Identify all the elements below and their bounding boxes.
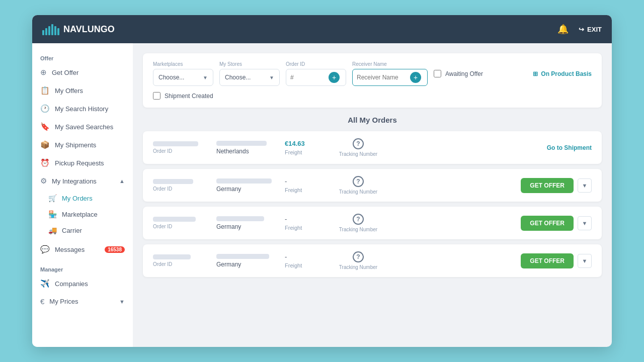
order-id-block: Order ID xyxy=(153,179,208,192)
marketplaces-select[interactable]: Choose... ▼ xyxy=(153,69,213,86)
sidebar-item-label: My Shipments xyxy=(55,141,96,149)
order-id-label: Order ID xyxy=(286,61,346,67)
receiver-name-add-button[interactable]: + xyxy=(410,72,421,83)
sidebar-item-shipments[interactable]: 📦 My Shipments xyxy=(32,136,133,154)
sidebar-item-companies[interactable]: ✈️ Companies xyxy=(32,275,133,293)
sidebar-item-search-history[interactable]: 🕐 My Search History xyxy=(32,100,133,118)
order-id-filter: Order ID + xyxy=(286,61,346,86)
receiver-name-filter: Receiver Name + xyxy=(352,61,428,86)
question-icon: ? xyxy=(353,214,364,225)
companies-icon: ✈️ xyxy=(40,279,50,288)
sidebar-item-get-offer[interactable]: ⊕ Get Offer xyxy=(32,63,133,81)
logo-bar-2 xyxy=(45,28,47,35)
freight-label: Freight xyxy=(285,149,325,155)
table-row: Order ID Germany - Freight ? Tracking Nu… xyxy=(143,244,602,277)
expand-button[interactable]: ▼ xyxy=(578,178,592,193)
exit-button[interactable]: ↪ EXIT xyxy=(579,26,602,33)
expand-button[interactable]: ▼ xyxy=(578,254,592,268)
freight-price: €14.63 xyxy=(285,140,325,147)
sidebar-sub-item-my-orders[interactable]: 🛒 My Orders xyxy=(32,190,133,206)
integrations-icon: ⚙ xyxy=(40,176,47,186)
country-block: Germany xyxy=(216,216,277,230)
marketplaces-filter: Marketplaces Choose... ▼ xyxy=(153,61,213,86)
country-block: Germany xyxy=(216,254,277,268)
tracking-block: ? Tracking Number xyxy=(333,251,383,270)
order-id-block: Order ID xyxy=(153,217,208,229)
section-title: All My Orders xyxy=(143,116,602,124)
sidebar-sub-item-marketplace[interactable]: 🏪 Marketplace xyxy=(32,206,133,222)
get-offer-button[interactable]: GET OFFER xyxy=(521,253,574,268)
sidebar-item-my-offers[interactable]: 📋 My Offers xyxy=(32,81,133,100)
go-to-shipment-button[interactable]: Go to Shipment xyxy=(547,144,592,151)
order-id-input-wrap: + xyxy=(286,69,346,86)
logo-bar-3 xyxy=(48,26,50,35)
order-id-add-button[interactable]: + xyxy=(329,72,340,83)
marketplaces-label: Marketplaces xyxy=(153,61,213,67)
freight-label: Freight xyxy=(285,225,325,231)
sidebar-item-my-prices[interactable]: € My Prices ▼ xyxy=(32,293,133,310)
sub-item-label: Carrier xyxy=(62,227,82,234)
sidebar-item-label: My Offers xyxy=(55,87,83,95)
logo-bar-6 xyxy=(57,28,59,35)
country-value-blur xyxy=(216,216,264,221)
sidebar-item-label: Companies xyxy=(55,280,88,288)
on-product-basis-icon: ⊞ xyxy=(533,70,538,77)
order-id-value xyxy=(153,217,196,222)
sidebar-item-label: Messages xyxy=(55,246,85,253)
marketplace-icon: 🏪 xyxy=(48,210,57,218)
order-id-value xyxy=(153,254,191,259)
country-name: Germany xyxy=(216,261,277,268)
filter-row-2: Shipment Created xyxy=(153,92,592,100)
expand-button[interactable]: ▼ xyxy=(578,216,592,230)
on-product-basis-button[interactable]: ⊞ On Product Basis xyxy=(533,70,592,77)
table-row: Order ID Netherlands €14.63 Freight ? Tr… xyxy=(143,131,602,164)
sidebar-item-label: Get Offer xyxy=(52,69,78,76)
order-id-value xyxy=(153,179,193,184)
my-stores-filter: My Stores Choose... ▼ xyxy=(219,61,280,86)
country-value-blur xyxy=(216,178,272,184)
receiver-name-input[interactable] xyxy=(357,74,407,81)
marketplaces-value: Choose... xyxy=(158,74,184,81)
get-offer-button[interactable]: GET OFFER xyxy=(521,216,574,231)
freight-price: - xyxy=(285,253,325,260)
order-id-label: Order ID xyxy=(153,261,208,267)
country-name: Netherlands xyxy=(216,148,277,155)
question-icon: ? xyxy=(353,176,364,187)
logo-bar-4 xyxy=(51,24,53,35)
action-area: GET OFFER ▼ xyxy=(521,253,592,268)
logo-bar-5 xyxy=(54,26,56,35)
shipment-created-checkbox[interactable] xyxy=(153,92,160,100)
sidebar-item-saved-searches[interactable]: 🔖 My Saved Searches xyxy=(32,118,133,136)
pickup-icon: ⏰ xyxy=(40,158,50,167)
tracking-label: Tracking Number xyxy=(339,189,377,195)
freight-block: - Freight xyxy=(285,177,325,193)
sidebar-item-label: My Search History xyxy=(55,105,108,113)
get-offer-icon: ⊕ xyxy=(40,68,47,77)
filter-card: Marketplaces Choose... ▼ My Stores Choos… xyxy=(143,53,602,108)
filter-row-1: Marketplaces Choose... ▼ My Stores Choos… xyxy=(153,61,592,86)
freight-block: - Freight xyxy=(285,215,325,231)
action-area: GET OFFER ▼ xyxy=(521,216,592,231)
marketplaces-caret: ▼ xyxy=(203,75,208,80)
freight-label: Freight xyxy=(285,262,325,268)
shipment-created-check: Shipment Created xyxy=(153,92,213,100)
awaiting-offer-checkbox[interactable] xyxy=(434,70,441,77)
prices-chevron: ▼ xyxy=(119,299,125,305)
bell-icon[interactable]: 🔔 xyxy=(557,24,569,35)
order-id-label: Order ID xyxy=(153,224,208,229)
shipment-created-label: Shipment Created xyxy=(165,93,213,100)
sidebar-sub-item-carrier[interactable]: 🚚 Carrier xyxy=(32,222,133,238)
freight-price: - xyxy=(285,177,325,185)
my-stores-select[interactable]: Choose... ▼ xyxy=(219,69,280,86)
sidebar-item-pickup-requests[interactable]: ⏰ Pickup Requests xyxy=(32,154,133,172)
content-area: Marketplaces Choose... ▼ My Stores Choos… xyxy=(133,43,612,347)
on-product-basis-label: On Product Basis xyxy=(541,70,592,77)
search-history-icon: 🕐 xyxy=(40,104,50,113)
logo-icon xyxy=(42,23,59,35)
tracking-label: Tracking Number xyxy=(339,227,377,232)
order-id-input[interactable] xyxy=(290,74,326,81)
get-offer-button[interactable]: GET OFFER xyxy=(521,178,574,193)
sidebar-item-messages[interactable]: 💬 Messages 16538 xyxy=(32,240,133,258)
sidebar-item-integrations[interactable]: ⚙ My Integrations ▲ xyxy=(32,172,133,190)
action-area: Go to Shipment xyxy=(547,144,592,151)
